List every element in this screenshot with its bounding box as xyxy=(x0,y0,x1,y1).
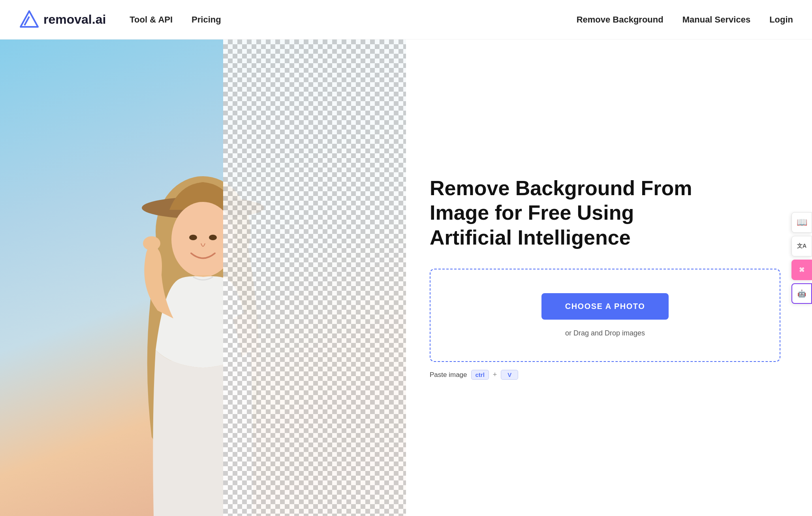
svg-point-8 xyxy=(143,236,160,250)
hero-image-section xyxy=(0,40,406,516)
hero-title: Remove Background From Image for Free Us… xyxy=(430,176,780,250)
nav-tool-api[interactable]: Tool & API xyxy=(130,15,173,25)
hero-title-line2: Image for Free Using xyxy=(430,201,634,224)
paste-label: Paste image xyxy=(430,371,467,379)
floating-tools-panel: 📖 文A ⌘ 🤖 xyxy=(791,212,812,304)
nav-pricing[interactable]: Pricing xyxy=(192,15,221,25)
svg-marker-0 xyxy=(21,11,38,27)
plus-sign: + xyxy=(493,371,497,379)
ai-chat-icon-button[interactable]: 🤖 xyxy=(791,283,812,304)
nav-remove-background[interactable]: Remove Background xyxy=(577,15,664,25)
shortcut-icon: ⌘ xyxy=(799,267,804,273)
logo-icon xyxy=(19,9,39,30)
navbar: removal.ai Tool & API Pricing Remove Bac… xyxy=(0,0,812,40)
svg-point-6 xyxy=(209,235,217,240)
choose-photo-button[interactable]: CHOOSE A PHOTO xyxy=(541,293,669,320)
svg-point-5 xyxy=(189,235,197,240)
hero-title-line1: Remove Background From xyxy=(430,177,692,200)
nav-left-links: Tool & API Pricing xyxy=(130,15,221,25)
nav-login[interactable]: Login xyxy=(769,15,793,25)
ai-chat-icon: 🤖 xyxy=(797,289,806,298)
v-key: V xyxy=(501,370,518,380)
upload-dropzone[interactable]: CHOOSE A PHOTO or Drag and Drop images xyxy=(430,269,780,362)
paste-hint: Paste image ctrl + V xyxy=(430,370,780,380)
translate-icon: 文A xyxy=(797,243,806,250)
nav-manual-services[interactable]: Manual Services xyxy=(682,15,750,25)
drag-drop-label: or Drag and Drop images xyxy=(565,329,645,337)
hero-section: Remove Background From Image for Free Us… xyxy=(0,40,812,516)
translate-icon-button[interactable]: 文A xyxy=(791,236,812,256)
hero-photo-wrapper xyxy=(0,40,406,516)
hero-content: Remove Background From Image for Free Us… xyxy=(406,40,812,516)
nav-right-links: Remove Background Manual Services Login xyxy=(577,15,793,25)
book-icon-button[interactable]: 📖 xyxy=(791,212,812,233)
checkered-bg-overlay xyxy=(223,40,406,516)
logo-text: removal.ai xyxy=(43,12,106,27)
hero-title-line3: Artificial Intelligence xyxy=(430,226,631,249)
logo-link[interactable]: removal.ai xyxy=(19,9,106,30)
shortcut-icon-button[interactable]: ⌘ xyxy=(791,260,812,280)
book-icon: 📖 xyxy=(797,217,807,228)
ctrl-key: ctrl xyxy=(471,370,489,380)
